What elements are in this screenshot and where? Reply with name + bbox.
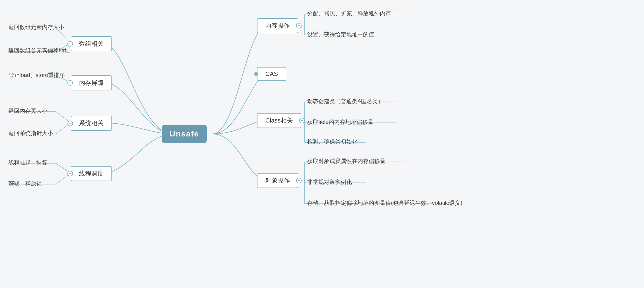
branch-thread-label: 线程调度: [79, 170, 104, 177]
minus-badge-class[interactable]: −: [299, 118, 305, 123]
branch-memory-barrier: 内存屏障 −: [71, 75, 112, 90]
leaf-barrier-1: 禁止load、store重排序: [8, 71, 65, 79]
minus-badge-thread[interactable]: −: [67, 171, 73, 176]
leaf-memory-ops-1: 分配、拷贝、扩充、释放堆外内存: [307, 10, 391, 17]
minus-badge-barrier[interactable]: −: [67, 80, 73, 86]
leaf-class-2: 获取field的内存地址偏移量: [307, 118, 373, 126]
branch-cas-box: CAS: [257, 67, 286, 81]
minus-badge-system[interactable]: −: [67, 121, 73, 126]
branch-memory-barrier-box: 内存屏障 −: [71, 75, 112, 90]
branch-thread-box: 线程调度 −: [71, 166, 112, 181]
branch-memory-ops: 内存操作 −: [257, 18, 298, 33]
branch-system-box: 系统相关 −: [71, 116, 112, 131]
branch-array-box: 数组相关 −: [71, 36, 112, 51]
branch-class-ops-box: Class相关 −: [257, 113, 301, 128]
minus-badge-memory-ops[interactable]: −: [296, 23, 302, 28]
dot-badge-cas: [254, 72, 258, 76]
branch-object-ops-box: 对象操作 −: [257, 173, 298, 188]
minus-badge-array[interactable]: −: [67, 41, 73, 47]
leaf-array-1: 返回数组元素内存大小: [8, 23, 64, 31]
leaf-thread-2: 获取、释放锁: [8, 180, 42, 187]
center-node: Unsafe: [162, 125, 207, 143]
branch-system: 系统相关 −: [71, 116, 112, 131]
branch-memory-ops-label: 内存操作: [265, 22, 290, 29]
branch-class-ops: Class相关 −: [257, 113, 301, 128]
mindmap-container: Unsafe 数组相关 − 返回数组元素内存大小 返回数组首元素偏移地址 内存屏…: [0, 0, 644, 288]
leaf-object-1: 获取对象成员属性在内存偏移量: [307, 157, 385, 165]
center-label: Unsafe: [170, 129, 199, 138]
leaf-class-1: 动态创建类（普通类&匿名类）: [307, 98, 383, 105]
branch-thread: 线程调度 −: [71, 166, 112, 181]
branch-array-label: 数组相关: [79, 40, 104, 47]
leaf-system-1: 返回内存页大小: [8, 107, 47, 115]
branch-array: 数组相关 −: [71, 36, 112, 51]
leaf-system-2: 返回系统指针大小: [8, 129, 53, 137]
branch-memory-barrier-label: 内存屏障: [79, 79, 104, 86]
leaf-memory-ops-2: 设置、获得给定地址中的值: [307, 31, 374, 38]
leaf-object-3: 存储、获取指定偏移地址的变量值(包含延迟生效、volatile语义): [307, 199, 462, 207]
branch-system-label: 系统相关: [79, 120, 104, 127]
leaf-object-2: 非常规对象实例化: [307, 178, 352, 186]
leaf-array-2: 返回数组首元素偏移地址: [8, 47, 70, 54]
branch-object-ops-label: 对象操作: [265, 177, 290, 184]
branch-cas: CAS: [257, 67, 286, 81]
leaf-class-3: 检测、确保类初始化: [307, 138, 357, 145]
branch-object-ops: 对象操作 −: [257, 173, 298, 188]
branch-cas-label: CAS: [265, 70, 278, 77]
leaf-thread-1: 线程挂起、恢复: [8, 159, 47, 166]
branch-memory-ops-box: 内存操作 −: [257, 18, 298, 33]
minus-badge-object[interactable]: −: [296, 178, 302, 183]
branch-class-ops-label: Class相关: [265, 117, 293, 124]
